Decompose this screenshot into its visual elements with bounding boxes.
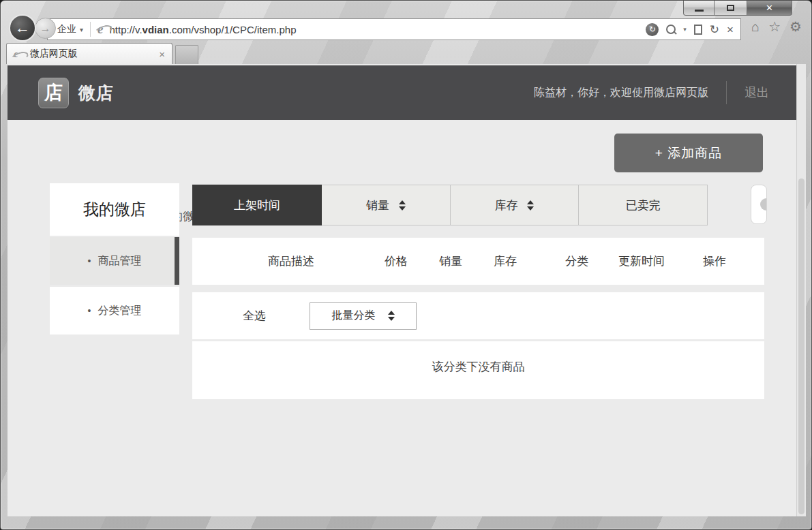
zone-label: 企业 [57, 23, 76, 35]
bullet-icon: • [88, 305, 91, 316]
tab-close-icon[interactable]: × [159, 48, 165, 60]
divider [726, 81, 727, 104]
bulk-action-bar: 全选 批量分类 [192, 292, 764, 339]
maximize-button[interactable] [715, 1, 747, 16]
forward-icon: → [40, 22, 51, 35]
sidebar: 我的微店 • 商品管理 • 分类管理 [50, 183, 179, 337]
filter-tab-bar: 上架时间 销量 库存 已卖完 [192, 185, 708, 225]
navigation-bar: ← → 企业 ▾ e http://v.vdian.com/vshop/1/CP… [7, 14, 805, 43]
sidebar-item-product-management[interactable]: • 商品管理 [50, 237, 179, 285]
tab-sales[interactable]: 销量 [322, 185, 451, 225]
sidebar-item-label: 分类管理 [97, 304, 141, 318]
column-header-description: 商品描述 [268, 238, 314, 285]
back-button[interactable]: ← [9, 14, 36, 42]
tab-title: 微店网页版 [30, 48, 154, 60]
address-bar[interactable]: 企业 ▾ e http://v.vdian.com/vshop/1/CPC/it… [47, 18, 741, 40]
tab-sold-out[interactable]: 已卖完 [579, 185, 708, 225]
zone-dropdown[interactable]: 企业 ▾ [57, 23, 83, 35]
maximize-icon [727, 5, 734, 11]
column-header-actions: 操作 [703, 238, 726, 285]
compatibility-view-icon[interactable]: ↻ [646, 23, 659, 36]
dropdown-arrows-icon [388, 311, 395, 321]
address-bar-tools: ↻ ▾ ↻ × [646, 23, 740, 36]
back-icon: ← [15, 19, 30, 37]
search-input[interactable] [751, 185, 767, 224]
page-scrollbar[interactable] [796, 64, 806, 516]
tab-label: 库存 [494, 198, 517, 213]
close-button[interactable]: ✕ [747, 1, 792, 16]
column-header-update-time: 更新时间 [618, 238, 665, 285]
sidebar-item-label: 商品管理 [97, 254, 141, 268]
site-header: 店 微店 陈益材，你好，欢迎使用微店网页版 退出 [7, 65, 796, 120]
gear-icon[interactable]: ⚙ [790, 20, 802, 33]
column-header-category: 分类 [565, 238, 588, 285]
header-right: 陈益材，你好，欢迎使用微店网页版 退出 [534, 81, 769, 104]
browser-toolbar-icons: ⌂ ☆ ⚙ [751, 20, 802, 33]
stop-icon[interactable]: × [727, 24, 734, 35]
tab-strip: e 微店网页版 × [6, 43, 805, 64]
column-header-stock: 库存 [494, 238, 517, 285]
ie-icon: e [97, 22, 103, 37]
table-header-row: 商品描述 价格 销量 库存 分类 更新时间 操作 [192, 238, 764, 285]
url-suffix: .com/vshop/1/CPC/item.php [169, 24, 297, 35]
new-tab-button[interactable] [175, 45, 198, 64]
divider [90, 22, 91, 37]
search-caret-icon[interactable]: ▾ [683, 26, 687, 33]
page-icon[interactable] [694, 25, 702, 35]
welcome-text: 陈益材，你好，欢迎使用微店网页版 [534, 86, 708, 100]
select-all-label[interactable]: 全选 [243, 308, 266, 324]
url-text[interactable]: http://v.vdian.com/vshop/1/CPC/item.php [109, 24, 296, 35]
browser-window: ✕ ← → 企业 ▾ e http://v.vdian.com/vshop/1/… [0, 0, 812, 530]
sidebar-item-category-management[interactable]: • 分类管理 [50, 287, 179, 334]
close-icon: ✕ [766, 3, 773, 13]
chevron-down-icon: ▾ [80, 26, 83, 33]
tab-label: 已卖完 [626, 198, 661, 213]
column-header-sales: 销量 [439, 238, 462, 285]
empty-state-panel: 该分类下没有商品 [192, 341, 764, 399]
sidebar-title: 我的微店 [50, 183, 179, 236]
weidian-logo[interactable]: 店 [38, 78, 69, 108]
url-domain: vdian [142, 24, 169, 35]
bulk-category-dropdown[interactable]: 批量分类 [310, 302, 417, 330]
search-icon [760, 198, 767, 211]
browser-tab[interactable]: e 微店网页版 × [6, 43, 172, 64]
search-icon[interactable] [666, 25, 676, 34]
ie-icon: e [14, 48, 18, 60]
url-prefix: http://v. [109, 24, 142, 35]
column-header-price: 价格 [385, 238, 408, 285]
page-viewport: 店 微店 陈益材，你好，欢迎使用微店网页版 退出 你的位置：微店 > 我的微店 … [7, 64, 806, 516]
minimize-button[interactable] [683, 1, 715, 16]
brand-name: 微店 [78, 82, 114, 104]
forward-button[interactable]: → [35, 18, 56, 39]
sort-icon [527, 200, 534, 211]
minimize-icon [695, 10, 704, 12]
home-icon[interactable]: ⌂ [751, 20, 760, 33]
window-controls: ✕ [683, 1, 792, 16]
add-product-button[interactable]: + 添加商品 [614, 134, 763, 172]
scrollbar-thumb[interactable] [798, 178, 805, 514]
tab-label: 销量 [366, 198, 389, 213]
tab-listing-time[interactable]: 上架时间 [192, 185, 322, 225]
empty-state-message: 该分类下没有商品 [432, 359, 525, 375]
sort-icon [399, 200, 406, 211]
refresh-icon[interactable]: ↻ [710, 24, 719, 35]
tab-stock[interactable]: 库存 [451, 185, 580, 225]
tab-label: 上架时间 [234, 198, 280, 213]
dropdown-value: 批量分类 [332, 309, 376, 323]
bullet-icon: • [88, 255, 91, 266]
star-icon[interactable]: ☆ [768, 20, 781, 33]
logout-link[interactable]: 退出 [745, 84, 769, 101]
